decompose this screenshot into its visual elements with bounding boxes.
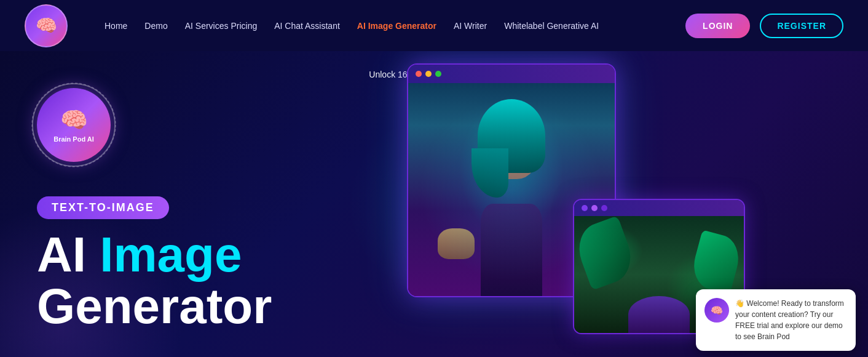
mockup-titlebar xyxy=(408,65,615,83)
chat-bubble: 🧠 👋 Welcome! Ready to transform your con… xyxy=(696,289,856,351)
nav-image-generator[interactable]: AI Image Generator xyxy=(357,21,436,31)
hero-section: Unlock 160+ Free AI Personalities 🧠 Brai… xyxy=(0,51,868,357)
dot-yellow xyxy=(425,71,432,77)
brain-pod-logo-circle: 🧠 Brain Pod AI xyxy=(37,88,111,162)
woman-hair xyxy=(478,99,545,173)
nav-demo[interactable]: Demo xyxy=(144,21,167,31)
nav-whitelabel[interactable]: Whitelabel Generative AI xyxy=(504,21,599,31)
dot-red xyxy=(416,71,422,77)
text-to-image-badge: TEXT-TO-IMAGE xyxy=(37,196,169,219)
hero-title-line2: Generator xyxy=(37,282,406,331)
nav-links: Home Demo AI Services Pricing AI Chat As… xyxy=(105,21,685,31)
logo[interactable]: 🧠 xyxy=(25,4,68,47)
chat-message: 👋 Welcome! Ready to transform your conte… xyxy=(735,298,847,342)
dot-green xyxy=(435,71,441,77)
woman-body xyxy=(481,204,542,296)
navigation: 🧠 Home Demo AI Services Pricing AI Chat … xyxy=(0,0,868,51)
hero-title-cyan: Image xyxy=(100,227,242,282)
hero-title-line1: AI Image xyxy=(37,227,242,282)
nav-home[interactable]: Home xyxy=(105,21,127,31)
nav-chat-assistant[interactable]: AI Chat Assistant xyxy=(274,21,340,31)
hero-right-images xyxy=(407,63,745,347)
nav-ai-writer[interactable]: AI Writer xyxy=(454,21,487,31)
register-button[interactable]: REGISTER xyxy=(760,14,843,38)
chat-avatar: 🧠 xyxy=(704,298,729,323)
brain-icon: 🧠 xyxy=(60,107,88,133)
figure-secondary xyxy=(628,296,690,333)
dot-p3 xyxy=(601,205,607,211)
hero-title: AI Image xyxy=(37,230,406,279)
cat-figure xyxy=(438,228,475,259)
dot-p1 xyxy=(582,205,588,211)
hero-left-content: 🧠 Brain Pod AI TEXT-TO-IMAGE AI Image Ge… xyxy=(37,88,406,331)
woman-figure xyxy=(450,99,573,296)
logo-icon: 🧠 xyxy=(25,4,68,47)
brain-pod-circle-label: Brain Pod AI xyxy=(53,135,94,143)
login-button[interactable]: LOGIN xyxy=(685,14,750,38)
nav-services-pricing[interactable]: AI Services Pricing xyxy=(185,21,257,31)
dot-p2 xyxy=(591,205,598,211)
mockup-secondary-titlebar xyxy=(574,200,744,216)
nav-actions: LOGIN REGISTER xyxy=(685,14,843,38)
